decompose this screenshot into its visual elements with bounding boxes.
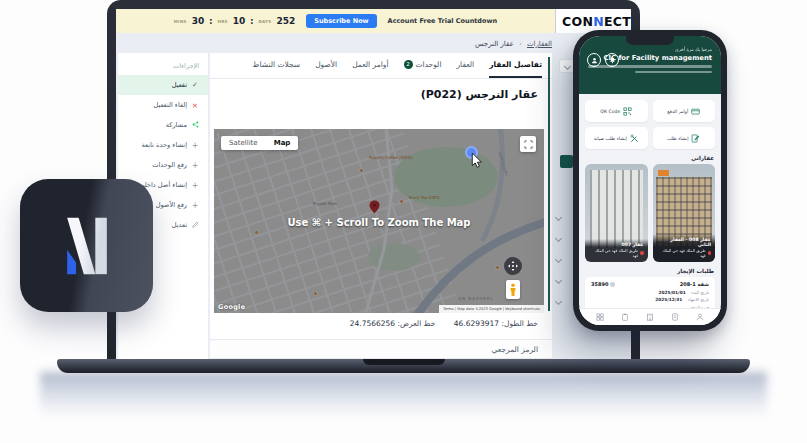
credit-card-icon xyxy=(691,107,700,116)
property-card-008[interactable]: عقار 008 - العقار الثاني طريق الملك فهد … xyxy=(653,164,716,262)
latitude-pair: خط العرض: 24.7566256 xyxy=(350,319,436,328)
quick-action-label: إنشاء طلب xyxy=(667,136,688,141)
brand-logo-card xyxy=(20,179,153,312)
top-bar: MINS 30 : HRS 10 : DAYS 252 Subscribe No… xyxy=(116,9,631,33)
lease-requests-heading: طلبات الإيجار xyxy=(586,268,714,274)
latitude-value: 24.7566256 xyxy=(350,319,395,328)
tab-activity-logs[interactable]: سجلات النشاط xyxy=(253,53,301,78)
longitude-label: خط الطول: xyxy=(501,319,538,328)
lease-top-row: شقة 208-1 35890 xyxy=(591,281,709,287)
actions-header: الإجراءات xyxy=(118,58,208,75)
x-icon: × xyxy=(191,101,199,110)
qr-code-card[interactable]: QR Code xyxy=(585,100,648,122)
property-details-card: تفاصيل العقار العقار الوحدات2 أوامر العم… xyxy=(210,53,552,359)
tab-work-orders[interactable]: أوامر العمل xyxy=(352,53,388,78)
chevron-down-icon xyxy=(563,62,570,69)
property-name: عقار 007 xyxy=(589,242,644,247)
sidebar-item-share[interactable]: مشاركة xyxy=(118,115,208,135)
bottom-nav-bar xyxy=(579,308,721,325)
building-sign xyxy=(658,170,669,176)
building-nav-icon[interactable] xyxy=(646,313,654,321)
dashboard-nav-icon[interactable] xyxy=(596,313,604,321)
chevron-down-icon[interactable] xyxy=(555,235,562,242)
profile-button[interactable] xyxy=(587,53,601,67)
phone-screen: مرحبا بك مرة أخرى CIC for Facility manag… xyxy=(579,36,721,325)
chevron-down-icon[interactable] xyxy=(555,277,562,284)
property-card-007[interactable]: عقار 007 طريق الملك فهد حي الملك فهد xyxy=(585,164,648,262)
colon: : xyxy=(209,17,212,26)
unit-label: شقة xyxy=(697,281,709,287)
location-pin-icon xyxy=(708,251,712,255)
maintenance-request-card[interactable]: إنشاء طلب صيانة xyxy=(585,127,648,149)
payment-orders-card[interactable]: أوامر الدفع xyxy=(653,100,716,122)
chevron-down-icon[interactable] xyxy=(555,298,562,305)
tab-property-details[interactable]: تفاصيل العقار xyxy=(489,53,542,78)
accent-divider xyxy=(548,57,550,311)
sidebar-item-label: تعديل xyxy=(172,221,187,229)
nav-active-indicator xyxy=(560,155,573,168)
qr-code-icon xyxy=(623,107,632,116)
map-type-control: Satellite Map xyxy=(221,136,298,150)
chevron-down-icon[interactable] xyxy=(555,256,562,263)
create-request-card[interactable]: إنشاء طلب xyxy=(653,127,716,149)
sidebar-item-deactivate[interactable]: × إلغاء التفعيل xyxy=(118,95,208,115)
chevron-down-icon[interactable] xyxy=(555,214,562,221)
plus-icon: + xyxy=(191,201,199,210)
sidebar-item-create-subunit[interactable]: + إنشاء وحدة تابعة xyxy=(118,135,208,155)
documents-nav-icon[interactable] xyxy=(671,313,679,321)
tab-property[interactable]: العقار xyxy=(457,53,475,78)
hrs-value: 10 xyxy=(233,16,246,26)
lease-amount: 35890 xyxy=(591,281,615,287)
notifications-button[interactable] xyxy=(605,53,619,67)
tab-assets[interactable]: الأصول xyxy=(315,53,337,78)
quick-action-label: أوامر الدفع xyxy=(667,109,688,114)
satellite-button[interactable]: Satellite xyxy=(221,136,266,150)
app-body: أوامر الدفع QR Code إنشاء طلب إنشاء طلب … xyxy=(579,94,721,325)
profile-nav-icon[interactable] xyxy=(696,313,704,321)
logo-accent-letter: N xyxy=(593,14,604,29)
sidebar-item-activate[interactable]: ✓ تفعيل xyxy=(118,75,208,95)
lease-start-row: تاريخ البدء 2025/01/01 xyxy=(591,290,709,295)
map-pan-button[interactable] xyxy=(504,257,522,275)
reference-code-section[interactable]: الرمز المرجعي xyxy=(210,339,552,359)
pencil-icon xyxy=(191,221,199,230)
requests-nav-icon[interactable] xyxy=(621,313,629,321)
header-description-line xyxy=(635,71,712,74)
lease-unit: شقة 208-1 xyxy=(680,281,709,287)
colon: : xyxy=(250,17,253,26)
welcome-text: مرحبا بك مرة أخرى xyxy=(588,47,712,52)
logo-part2: ECT xyxy=(604,14,631,29)
check-icon: ✓ xyxy=(191,81,199,89)
sidebar-item-label: رفع الوحدات xyxy=(152,161,187,169)
map-button[interactable]: Map xyxy=(266,136,299,150)
google-map[interactable]: Ralph's Coffee (KAFD) Black Tap KAFD Riy… xyxy=(214,129,544,313)
sidebar-item-upload-units[interactable]: + رفع الوحدات xyxy=(118,155,208,175)
end-date-label: تاريخ الانتهاء xyxy=(688,297,709,302)
trial-caption: Account Free Trial Countdown xyxy=(388,17,498,25)
plus-icon: + xyxy=(191,141,199,150)
phone-mockup: مرحبا بك مرة أخرى CIC for Facility manag… xyxy=(573,30,727,331)
marketing-composition: MINS 30 : HRS 10 : DAYS 252 Subscribe No… xyxy=(0,0,807,443)
location-pin-icon xyxy=(640,251,644,255)
address-text: طريق الملك فهد حي الملك فهد xyxy=(589,248,638,258)
tab-units[interactable]: الوحدات2 xyxy=(404,53,442,78)
days-value: 252 xyxy=(276,16,295,26)
share-icon xyxy=(191,121,199,130)
tab-label: أوامر العمل xyxy=(352,60,388,69)
plus-icon: + xyxy=(191,181,199,190)
phone-notch xyxy=(626,36,674,45)
header-action-icons xyxy=(587,53,619,67)
pegman-streetview[interactable] xyxy=(506,280,520,299)
breadcrumb-properties-link[interactable]: العقارات xyxy=(527,40,552,48)
coordinates-row: خط الطول: 46.6293917 خط العرض: 24.756625… xyxy=(210,319,552,328)
tab-label: الوحدات xyxy=(416,60,442,69)
subscribe-now-button[interactable]: Subscribe Now xyxy=(306,14,376,28)
days-label: DAYS xyxy=(258,19,271,24)
fullscreen-button[interactable] xyxy=(520,136,536,152)
unit-number: 208-1 xyxy=(680,281,696,287)
sidebar-item-label: إلغاء التفعيل xyxy=(153,101,187,109)
page-title: عقار النرجس (P022) xyxy=(224,88,538,101)
plus-icon: + xyxy=(191,161,199,170)
tab-label: العقار xyxy=(457,60,475,69)
start-date-label: تاريخ البدء xyxy=(691,290,709,295)
